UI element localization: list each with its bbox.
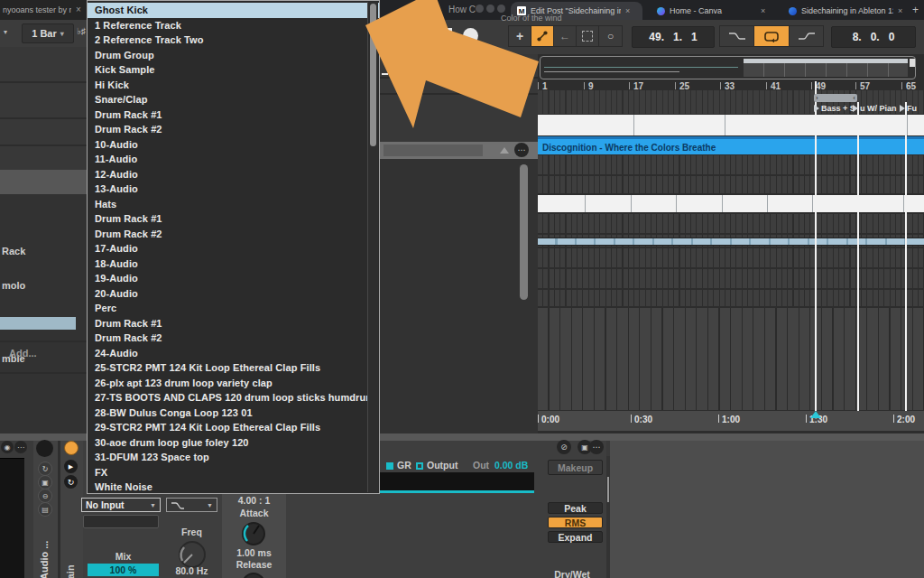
dropdown-item[interactable]: 13-Audio bbox=[88, 182, 379, 197]
audio-clip[interactable]: Discognition - Where the Colors Breathe bbox=[538, 136, 924, 154]
segmented-clip-strip[interactable] bbox=[538, 238, 924, 246]
dropdown-item[interactable]: 12-Audio bbox=[88, 167, 379, 182]
locator[interactable]: Fu bbox=[900, 104, 917, 113]
panel-resize-divider[interactable] bbox=[606, 456, 610, 578]
dropdown-item[interactable]: Drum Rack #1 bbox=[88, 316, 379, 331]
track-row-grid[interactable] bbox=[538, 176, 924, 193]
track-row-tall-grid[interactable] bbox=[538, 308, 924, 410]
more-options-button[interactable]: ⋯ bbox=[14, 441, 27, 453]
track-row-white[interactable] bbox=[538, 115, 924, 135]
device-activator-button[interactable] bbox=[64, 441, 79, 455]
track-row-grid[interactable] bbox=[538, 248, 924, 267]
output-legend-swatch[interactable] bbox=[416, 462, 423, 470]
expand-button[interactable]: Expand bbox=[548, 531, 603, 543]
playhead-triangle-icon[interactable] bbox=[810, 411, 821, 418]
close-icon[interactable]: × bbox=[898, 6, 902, 15]
dropdown-scrollbar-thumb[interactable] bbox=[370, 4, 376, 146]
arrangement-position-display[interactable]: 49. 1. 1 bbox=[632, 26, 715, 48]
dropdown-item[interactable]: Drum Rack #1 bbox=[88, 107, 379, 123]
ratio-value[interactable]: 4.00 : 1 bbox=[222, 495, 286, 506]
tab-sidechaining[interactable]: Sidechaining in Ableton 12: A × bbox=[782, 2, 914, 20]
traffic-light-icon[interactable] bbox=[476, 5, 484, 13]
dropdown-item[interactable]: 1 Reference Track bbox=[88, 18, 379, 33]
loop-brace[interactable]: › ‹ bbox=[814, 94, 857, 102]
target-button[interactable]: ◉ bbox=[1, 441, 14, 453]
stop-button[interactable] bbox=[438, 28, 452, 42]
dropdown-item[interactable]: 26-plx apt 123 drum loop variety clap bbox=[88, 376, 379, 391]
play-button[interactable] bbox=[417, 28, 430, 44]
reenable-automation-button[interactable]: ← bbox=[553, 25, 577, 47]
dropdown-item[interactable]: Snare/Clap bbox=[88, 92, 379, 107]
dropdown-item[interactable]: Hi Kick bbox=[88, 78, 379, 93]
track-row-grid[interactable] bbox=[538, 290, 924, 306]
locator[interactable]: Bass + S bbox=[814, 104, 855, 113]
dropdown-item[interactable]: 25-STCR2 PMT 124 Kit Loop Ethereal Clap … bbox=[88, 360, 379, 376]
dropdown-item[interactable]: 18-Audio bbox=[88, 256, 379, 272]
hot-swap-button[interactable]: ↻ bbox=[64, 475, 78, 489]
browser-item[interactable]: Rack bbox=[2, 246, 25, 256]
save-button[interactable]: ▣ bbox=[38, 475, 52, 489]
release-knob[interactable] bbox=[240, 571, 267, 578]
dropdown-item[interactable]: Drum Rack #2 bbox=[88, 331, 379, 346]
sidechain-input-select[interactable]: No Input ▼ bbox=[81, 498, 161, 512]
dropdown-item[interactable]: Drum Rack #2 bbox=[88, 227, 379, 242]
left-browser-tab[interactable]: nyooans tester by n × bbox=[0, 0, 87, 20]
loop-button[interactable] bbox=[753, 25, 790, 47]
dropdown-item[interactable]: 24-Audio bbox=[88, 346, 379, 361]
dropdown-item[interactable]: Drum Group bbox=[88, 48, 379, 63]
loop-length-display[interactable]: 8. 0. 0 bbox=[831, 26, 916, 48]
add-device-label[interactable]: Add... bbox=[9, 348, 37, 359]
eq-filter-type-select[interactable]: ▼ bbox=[166, 498, 217, 512]
more-options-button[interactable]: ⋯ bbox=[589, 440, 604, 454]
punch-out-button[interactable] bbox=[789, 25, 824, 47]
draw-mode-button[interactable]: + bbox=[508, 25, 531, 47]
track-row-white[interactable] bbox=[538, 195, 924, 212]
punch-in-button[interactable] bbox=[719, 25, 754, 47]
playhead-line[interactable] bbox=[815, 81, 817, 411]
dropdown-item[interactable]: Drum Rack #2 bbox=[88, 122, 379, 137]
dropdown-item[interactable]: 10-Audio bbox=[88, 137, 379, 153]
preview-play-button[interactable]: ▶ bbox=[64, 460, 78, 473]
tab-canva[interactable]: Home - Canva × bbox=[651, 2, 777, 20]
dropdown-item[interactable]: 30-aoe drum loop glue foley 120 bbox=[88, 435, 379, 451]
track-row-grid[interactable] bbox=[538, 269, 924, 288]
automation-mode-button[interactable] bbox=[531, 25, 554, 47]
fold-arrow-icon[interactable] bbox=[500, 147, 509, 154]
dropdown-scrollbar[interactable] bbox=[367, 2, 378, 492]
gr-legend-swatch[interactable] bbox=[386, 462, 393, 470]
dropdown-item[interactable]: 20-Audio bbox=[88, 286, 379, 302]
arrangement-overview[interactable] bbox=[540, 56, 916, 79]
attack-value[interactable]: 1.00 ms bbox=[222, 547, 286, 558]
dropdown-item[interactable]: 31-DFUM 123 Space top bbox=[88, 450, 379, 465]
traffic-light-icon[interactable] bbox=[486, 5, 494, 13]
makeup-button[interactable]: Makeup bbox=[548, 460, 603, 475]
locator[interactable]: u W/ Pian bbox=[853, 104, 897, 113]
dropdown-item[interactable]: White Noise bbox=[88, 480, 379, 494]
close-icon[interactable]: × bbox=[625, 6, 630, 15]
browser-item[interactable]: molo bbox=[2, 280, 25, 291]
dropdown-item[interactable]: 27-TS BOOTS AND CLAPS 120 drum loop stic… bbox=[88, 390, 379, 406]
rms-button[interactable]: RMS bbox=[548, 517, 603, 528]
attack-knob[interactable] bbox=[240, 520, 267, 547]
locator-row[interactable]: Bass + S u W/ Pian Fu bbox=[538, 103, 924, 114]
dropdown-item[interactable]: FX bbox=[88, 465, 379, 480]
dropdown-item[interactable]: 2 Reference Track Two bbox=[88, 33, 379, 48]
minus-button[interactable]: ⊖ bbox=[38, 489, 52, 503]
dropdown-item[interactable]: 29-STCR2 PMT 124 Kit Loop Ethereal Clap … bbox=[88, 420, 379, 435]
resize-handle[interactable] bbox=[607, 477, 609, 502]
dropdown-item[interactable]: 28-BW Dulus Conga Loop 123 01 bbox=[88, 406, 379, 421]
session-scrollbar[interactable] bbox=[520, 164, 528, 300]
track-row-grid[interactable] bbox=[538, 155, 924, 174]
loop-toggle-button[interactable]: ↻ bbox=[38, 461, 52, 476]
track-activator-button[interactable] bbox=[36, 440, 53, 457]
dropdown-item[interactable]: 19-Audio bbox=[88, 271, 379, 286]
out-value[interactable]: 0.00 dB bbox=[494, 460, 536, 471]
mix-value-slider[interactable]: 100 % bbox=[88, 564, 159, 576]
new-tab-button[interactable]: + bbox=[912, 4, 919, 16]
selection-box-button[interactable] bbox=[576, 25, 599, 47]
dropdown-item[interactable]: Drum Rack #1 bbox=[88, 211, 379, 227]
follow-button[interactable]: ○ bbox=[598, 25, 623, 47]
dropdown-item[interactable]: Hats bbox=[88, 197, 379, 212]
browser-row-highlight[interactable] bbox=[0, 170, 87, 194]
dropdown-item[interactable]: Kick Sample bbox=[88, 62, 379, 78]
